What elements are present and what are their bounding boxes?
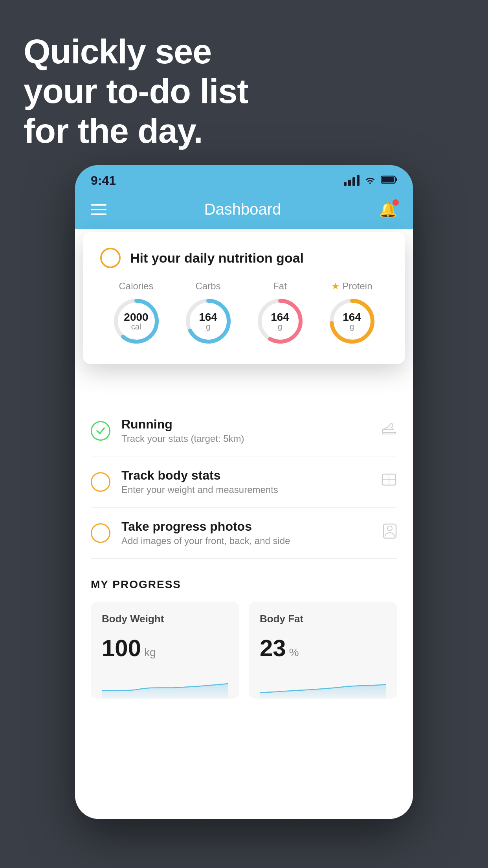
status-bar: 9:41 — [75, 165, 413, 193]
check-photos[interactable] — [91, 523, 110, 543]
mini-chart-weight — [102, 671, 228, 699]
goal-calories: Calories 2000 cal — [111, 281, 162, 347]
star-icon: ★ — [331, 281, 340, 292]
donut-center-carbs: 164 g — [199, 312, 217, 331]
mini-chart-fat — [260, 671, 386, 699]
progress-card-title-weight: Body Weight — [102, 613, 228, 625]
hamburger-menu[interactable] — [91, 204, 106, 215]
todo-title-photos: Take progress photos — [121, 519, 371, 534]
shoe-icon — [381, 422, 397, 439]
todo-list: Running Track your stats (target: 5km) T… — [75, 405, 413, 559]
todo-text-photos: Take progress photos Add images of your … — [121, 519, 371, 546]
todo-subtitle-running: Track your stats (target: 5km) — [121, 433, 370, 444]
goal-label-calories: Calories — [119, 281, 153, 292]
progress-card-title-fat: Body Fat — [260, 613, 386, 625]
progress-value-row-fat: 23 % — [260, 634, 386, 662]
donut-carbs: 164 g — [183, 296, 234, 347]
progress-unit-fat: % — [289, 646, 299, 659]
svg-rect-2 — [396, 178, 397, 181]
signal-icon — [344, 175, 360, 186]
check-body-stats[interactable] — [91, 472, 110, 492]
nutrition-card: Hit your daily nutrition goal Calories 2… — [83, 232, 405, 364]
todo-title-running: Running — [121, 417, 370, 432]
donut-center-calories: 2000 cal — [124, 312, 148, 331]
donut-calories: 2000 cal — [111, 296, 162, 347]
hero-text: Quickly see your to-do list for the day. — [24, 31, 248, 151]
status-time: 9:41 — [91, 173, 116, 188]
nutrition-card-title: Hit your daily nutrition goal — [130, 250, 304, 266]
todo-item-running[interactable]: Running Track your stats (target: 5km) — [91, 405, 397, 456]
todo-title-body-stats: Track body stats — [121, 468, 370, 483]
scale-icon — [381, 473, 397, 491]
goal-protein: ★ Protein 164 g — [327, 281, 378, 347]
progress-value-row-weight: 100 kg — [102, 634, 228, 662]
donut-fat: 164 g — [255, 296, 306, 347]
header-title: Dashboard — [204, 200, 281, 218]
goal-carbs: Carbs 164 g — [183, 281, 234, 347]
progress-title: MY PROGRESS — [91, 578, 397, 591]
progress-unit-weight: kg — [144, 646, 156, 659]
bell-icon[interactable]: 🔔 — [379, 201, 397, 218]
todo-item-photos[interactable]: Take progress photos Add images of your … — [91, 508, 397, 559]
donut-center-protein: 164 g — [343, 312, 361, 331]
wifi-icon — [364, 175, 376, 187]
progress-card-weight[interactable]: Body Weight 100 kg — [91, 602, 239, 699]
svg-rect-1 — [382, 177, 394, 182]
nutrition-goals-row: Calories 2000 cal Carbs — [100, 281, 388, 347]
progress-value-weight: 100 — [102, 634, 141, 662]
goal-label-protein: ★ Protein — [331, 281, 372, 292]
donut-center-fat: 164 g — [271, 312, 289, 331]
todo-subtitle-photos: Add images of your front, back, and side — [121, 535, 371, 546]
todo-text-running: Running Track your stats (target: 5km) — [121, 417, 370, 444]
person-icon — [382, 523, 397, 543]
todo-text-body-stats: Track body stats Enter your weight and m… — [121, 468, 370, 495]
battery-icon — [381, 175, 397, 187]
goal-fat: Fat 164 g — [255, 281, 306, 347]
todo-item-body-stats[interactable]: Track body stats Enter your weight and m… — [91, 456, 397, 508]
goal-label-carbs: Carbs — [195, 281, 220, 292]
status-icons — [344, 175, 397, 187]
check-running[interactable] — [91, 421, 110, 441]
nutrition-card-header: Hit your daily nutrition goal — [100, 248, 388, 268]
progress-section: MY PROGRESS Body Weight 100 kg — [75, 559, 413, 714]
todo-subtitle-body-stats: Enter your weight and measurements — [121, 484, 370, 495]
svg-point-7 — [387, 526, 392, 531]
nutrition-check-circle[interactable] — [100, 248, 121, 268]
progress-value-fat: 23 — [260, 634, 286, 662]
app-header: Dashboard 🔔 — [75, 193, 413, 229]
progress-card-fat[interactable]: Body Fat 23 % — [249, 602, 397, 699]
progress-cards: Body Weight 100 kg — [91, 602, 397, 699]
goal-label-fat: Fat — [273, 281, 287, 292]
notification-badge — [393, 199, 399, 206]
donut-protein: 164 g — [327, 296, 378, 347]
